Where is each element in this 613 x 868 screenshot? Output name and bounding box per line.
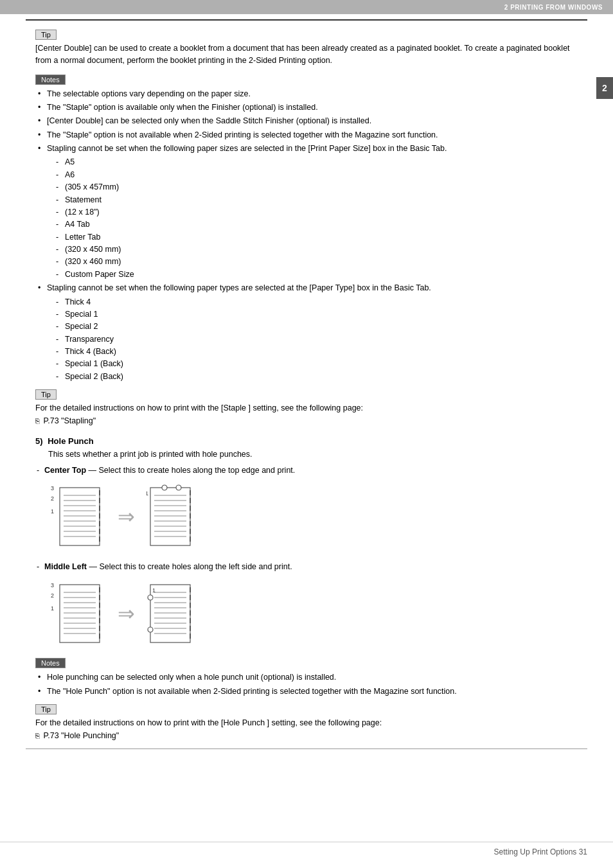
chapter-tab: 2 [596,77,613,99]
list-item: Special 1 (Back) [53,358,578,370]
list-item: Thick 4 (Back) [53,346,578,358]
list-item: Letter Tab [53,231,578,244]
svg-text:3: 3 [51,582,54,589]
list-item: The "Staple" option is not available whe… [38,129,578,141]
list-item: The "Hole Punch" option is not available… [38,686,578,698]
list-item: Special 2 [53,321,578,333]
svg-text:1: 1 [152,587,155,594]
before-paper-top: 3 2 1 [48,481,106,552]
list-item: Statement [53,194,578,206]
svg-text:1: 1 [147,490,148,497]
list-item: (12 x 18") [53,206,578,218]
notes-label-1: Notes [35,75,66,85]
after-paper-left: 1 [147,578,198,649]
list-item: A4 Tab [53,218,578,231]
svg-text:2: 2 [51,495,54,502]
list-item: A5 [53,156,578,168]
svg-point-61 [148,595,153,600]
tip-text-2: For the detailed instructions on how to … [35,402,578,414]
sub-types-list: Thick 4 Special 1 Special 2 Transparency… [47,296,578,384]
tip-label-1: Tip [35,30,57,40]
tip-text-3: For the detailed instructions on how to … [35,717,578,729]
section-5: 5) Hole Punch This sets whether a print … [35,436,578,649]
sub-sizes-list: A5 A6 (305 x 457mm) Statement (12 x 18")… [47,156,578,281]
notes-list-1: The selectable options vary depending on… [35,88,578,384]
svg-text:1: 1 [51,605,54,612]
list-item: (320 x 460 mm) [53,256,578,268]
center-top-item: Center Top — Select this to create holes… [35,465,578,477]
list-item: Stapling cannot be set when the followin… [38,282,578,383]
list-item: [Center Double] can be selected only whe… [38,115,578,127]
section-desc: This sets whether a print job is printed… [48,448,578,461]
notes-label-2: Notes [35,658,66,668]
list-item: Special 1 [53,308,578,321]
main-content: Tip [Center Double] can be used to creat… [35,21,578,742]
tip-ref-2: ⎘ P.73 "Stapling" [35,414,578,427]
footer-right: Setting Up Print Options 31 [494,847,587,856]
after-paper-top: 1 [147,481,198,552]
list-item: (320 x 450 mm) [53,244,578,256]
tip-ref-3: ⎘ P.73 "Hole Punching" [35,729,578,742]
bottom-separator [26,748,587,749]
list-item: Custom Paper Size [53,269,578,281]
arrow-right-2: ⇒ [118,601,135,626]
svg-text:1: 1 [51,508,54,515]
ref-icon-3: ⎘ [35,732,40,740]
middle-left-diagram: 3 2 1 ⇒ [48,578,578,649]
svg-text:2: 2 [51,592,54,599]
list-item: The selectable options vary depending on… [38,88,578,100]
tip-box-1: Tip [Center Double] can be used to creat… [35,30,578,67]
header-bar: 2 PRINTING FROM WINDOWS [0,0,613,14]
svg-text:3: 3 [51,485,54,492]
svg-point-62 [148,627,153,632]
arrow-right: ⇒ [118,504,135,529]
tip-label-3: Tip [35,704,57,714]
svg-point-22 [176,485,181,490]
tip-text-1: [Center Double] can be used to create a … [35,42,578,67]
list-item: Special 2 (Back) [53,371,578,383]
list-item: A6 [53,169,578,181]
notes-box-1: Notes The selectable options vary depend… [35,75,578,384]
list-item: (305 x 457mm) [53,181,578,193]
middle-left-item: Middle Left — Select this to create hole… [35,561,578,573]
header-title: 2 PRINTING FROM WINDOWS [504,4,603,11]
svg-point-21 [162,485,167,490]
footer: Setting Up Print Options 31 [0,842,613,856]
list-item: Hole punching can be selected only when … [38,671,578,684]
section-heading: 5) Hole Punch [35,436,578,446]
notes-box-2: Notes Hole punching can be selected only… [35,658,578,698]
before-paper-left: 3 2 1 [48,578,106,649]
tip-label-2: Tip [35,389,57,400]
center-top-diagram: 3 2 1 ⇒ [48,481,578,552]
list-item: Transparency [53,333,578,346]
tip-box-2: Tip For the detailed instructions on how… [35,389,578,427]
tip-box-3: Tip For the detailed instructions on how… [35,704,578,742]
list-item: Stapling cannot be set when the followin… [38,143,578,281]
notes-list-2: Hole punching can be selected only when … [35,671,578,698]
ref-icon: ⎘ [35,417,40,425]
list-item: The "Staple" option is available only wh… [38,102,578,114]
list-item: Thick 4 [53,296,578,308]
